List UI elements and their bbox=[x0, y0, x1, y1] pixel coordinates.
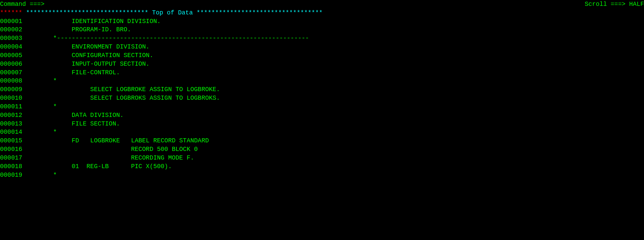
line-content: * bbox=[31, 102, 57, 111]
table-row: 000016 RECORD 500 BLOCK 0 bbox=[0, 145, 644, 154]
table-row: 000003 *--------------------------------… bbox=[0, 34, 644, 43]
table-row: 000008 * bbox=[0, 77, 644, 85]
table-row: 000014 * bbox=[0, 128, 644, 137]
line-content: * bbox=[31, 128, 57, 137]
line-number: 000003 bbox=[0, 34, 31, 43]
terminal: Command ===> Scroll ===> HALF ****** ***… bbox=[0, 0, 644, 240]
line-number: 000001 bbox=[0, 17, 31, 26]
table-row: 000013 FILE SECTION. bbox=[0, 120, 644, 128]
line-number: 000006 bbox=[0, 60, 31, 68]
line-number: 000018 bbox=[0, 162, 31, 171]
top-of-data-line: ****** *********************************… bbox=[0, 9, 644, 17]
table-row: 000009 SELECT LOGBROKE ASSIGN TO LOGBROK… bbox=[0, 85, 644, 94]
line-number: 000016 bbox=[0, 145, 31, 154]
table-row: 000001 IDENTIFICATION DIVISION. bbox=[0, 17, 644, 26]
line-number: 000007 bbox=[0, 68, 31, 77]
line-number: 000004 bbox=[0, 43, 31, 51]
top-of-data-text: ********************************* Top of… bbox=[26, 9, 323, 17]
line-number: 000015 bbox=[0, 137, 31, 145]
table-row: 000010 SELECT LOGBROKS ASSIGN TO LOGBROK… bbox=[0, 94, 644, 102]
table-row: 000019 * bbox=[0, 171, 644, 179]
line-number: 000008 bbox=[0, 77, 31, 85]
line-number: 000012 bbox=[0, 111, 31, 120]
line-content: RECORD 500 BLOCK 0 bbox=[31, 145, 198, 154]
code-lines: 000001 IDENTIFICATION DIVISION.000002 PR… bbox=[0, 17, 644, 179]
header-bar: Command ===> Scroll ===> HALF bbox=[0, 0, 644, 9]
table-row: 000005 CONFIGURATION SECTION. bbox=[0, 51, 644, 60]
line-number: 000014 bbox=[0, 128, 31, 137]
table-row: 000002 PROGRAM-ID. BRO. bbox=[0, 25, 644, 34]
line-content: INPUT-OUTPUT SECTION. bbox=[31, 60, 150, 68]
stars-red: ****** bbox=[0, 9, 26, 17]
table-row: 000018 01 REG-LB PIC X(500). bbox=[0, 162, 644, 171]
line-number: 000010 bbox=[0, 94, 31, 102]
table-row: 000006 INPUT-OUTPUT SECTION. bbox=[0, 60, 644, 68]
line-content: PROGRAM-ID. BRO. bbox=[31, 25, 131, 34]
line-content: ENVIRONMENT DIVISION. bbox=[31, 43, 150, 51]
line-content: *---------------------------------------… bbox=[31, 34, 309, 43]
line-content: * bbox=[31, 77, 57, 85]
table-row: 000017 RECORDING MODE F. bbox=[0, 154, 644, 162]
line-content: SELECT LOGBROKS ASSIGN TO LOGBROKS. bbox=[31, 94, 220, 102]
line-number: 000002 bbox=[0, 25, 31, 34]
line-content: IDENTIFICATION DIVISION. bbox=[31, 17, 161, 26]
line-number: 000005 bbox=[0, 51, 31, 60]
line-content: SELECT LOGBROKE ASSIGN TO LOGBROKE. bbox=[31, 85, 220, 94]
line-content: FILE-CONTROL. bbox=[31, 68, 120, 77]
table-row: 000012 DATA DIVISION. bbox=[0, 111, 644, 120]
line-content: FILE SECTION. bbox=[31, 120, 120, 128]
line-content: 01 REG-LB PIC X(500). bbox=[31, 162, 172, 171]
line-content: * bbox=[31, 171, 57, 179]
table-row: 000015 FD LOGBROKE LABEL RECORD STANDARD bbox=[0, 137, 644, 145]
scroll-label: Scroll ===> HALF bbox=[585, 0, 644, 9]
line-number: 000017 bbox=[0, 154, 31, 162]
line-number: 000011 bbox=[0, 102, 31, 111]
line-number: 000009 bbox=[0, 85, 31, 94]
table-row: 000011 * bbox=[0, 102, 644, 111]
line-number: 000019 bbox=[0, 171, 31, 179]
line-content: RECORDING MODE F. bbox=[31, 154, 194, 162]
line-content: DATA DIVISION. bbox=[31, 111, 124, 120]
table-row: 000004 ENVIRONMENT DIVISION. bbox=[0, 43, 644, 51]
line-content: CONFIGURATION SECTION. bbox=[31, 51, 153, 60]
line-number: 000013 bbox=[0, 120, 31, 128]
table-row: 000007 FILE-CONTROL. bbox=[0, 68, 644, 77]
line-content: FD LOGBROKE LABEL RECORD STANDARD bbox=[31, 137, 209, 145]
command-label[interactable]: Command ===> bbox=[0, 0, 45, 9]
